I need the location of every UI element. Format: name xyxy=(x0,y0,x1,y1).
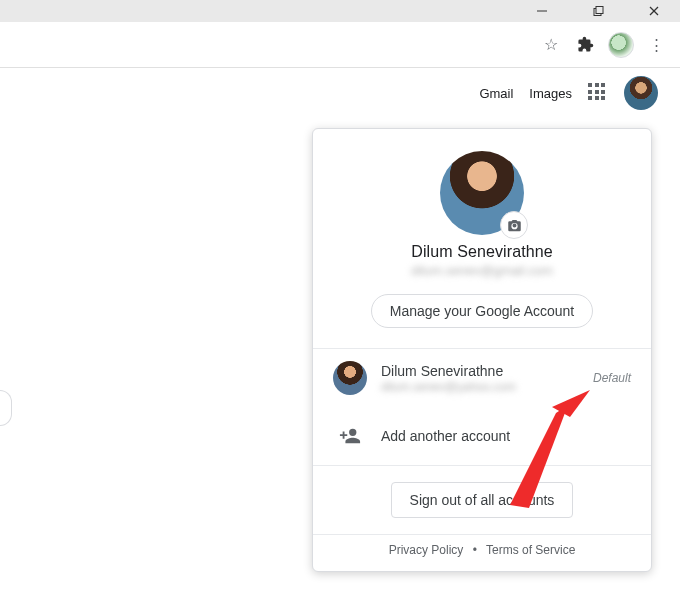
default-badge: Default xyxy=(593,371,631,385)
avatar-wrapper xyxy=(440,151,524,235)
add-account-label: Add another account xyxy=(381,428,631,444)
privacy-policy-link[interactable]: Privacy Policy xyxy=(389,543,464,557)
extensions-icon[interactable] xyxy=(574,34,596,56)
divider xyxy=(313,465,651,466)
partial-ui-edge xyxy=(0,390,12,426)
maximize-button[interactable] xyxy=(580,0,616,22)
apps-grid-icon[interactable] xyxy=(588,83,608,103)
profile-email: dilum.senev@gmail.com xyxy=(313,263,651,278)
change-photo-button[interactable] xyxy=(500,211,528,239)
svg-rect-2 xyxy=(596,6,603,13)
account-row[interactable]: Dilum Senevirathne dilum.senev@yahoo.com… xyxy=(313,349,651,407)
browser-profile-avatar[interactable] xyxy=(608,32,634,58)
camera-icon xyxy=(507,218,522,233)
gmail-link[interactable]: Gmail xyxy=(479,86,513,101)
person-add-icon xyxy=(333,419,367,453)
account-row-email: dilum.senev@yahoo.com xyxy=(381,380,593,394)
account-row-avatar xyxy=(333,361,367,395)
minimize-button[interactable] xyxy=(524,0,560,22)
account-row-text: Dilum Senevirathne dilum.senev@yahoo.com xyxy=(381,363,593,394)
images-link[interactable]: Images xyxy=(529,86,572,101)
add-account-row[interactable]: Add another account xyxy=(313,407,651,465)
manage-account-button[interactable]: Manage your Google Account xyxy=(371,294,593,328)
sign-out-button[interactable]: Sign out of all accounts xyxy=(391,482,574,518)
account-row-name: Dilum Senevirathne xyxy=(381,363,593,379)
bookmark-star-icon[interactable]: ☆ xyxy=(540,34,562,56)
window-titlebar xyxy=(0,0,680,22)
footer-links: Privacy Policy • Terms of Service xyxy=(313,535,651,561)
browser-menu-icon[interactable]: ⋮ xyxy=(646,34,668,56)
browser-toolbar: ☆ ⋮ xyxy=(0,22,680,68)
close-button[interactable] xyxy=(636,0,672,22)
terms-of-service-link[interactable]: Terms of Service xyxy=(486,543,575,557)
account-popup: Dilum Senevirathne dilum.senev@gmail.com… xyxy=(312,128,652,572)
page-header: Gmail Images xyxy=(0,68,680,118)
account-avatar[interactable] xyxy=(624,76,658,110)
profile-name: Dilum Senevirathne xyxy=(313,243,651,261)
